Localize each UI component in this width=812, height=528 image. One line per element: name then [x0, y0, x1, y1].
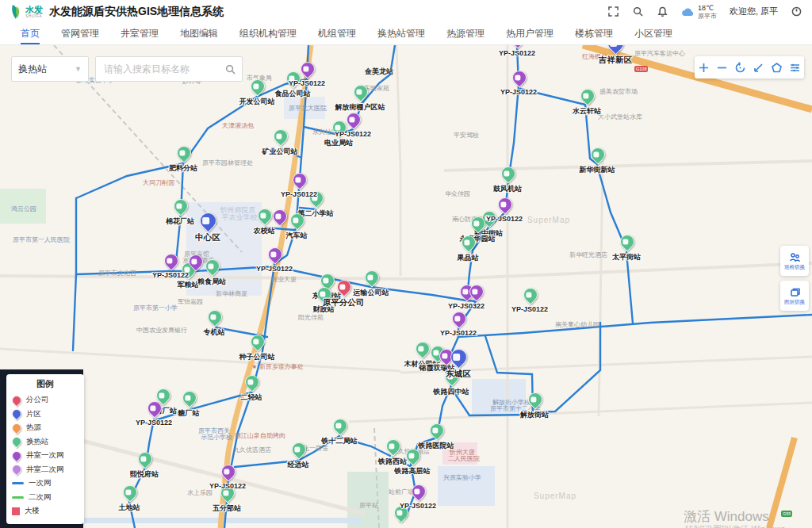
map-label: 二人民医院: [448, 454, 480, 463]
windows-watermark-line1: 激活 Windows: [684, 507, 769, 526]
legend-pin-icon: [10, 463, 24, 476]
cloud-icon: [681, 6, 695, 17]
marker-label: YP-JS0122: [136, 419, 172, 427]
map-label: 商业大厦: [271, 275, 297, 284]
logo-subtext: SHUIFA: [25, 14, 43, 18]
map-label: 原平站: [359, 501, 378, 510]
map-label: SuperMap: [534, 492, 576, 500]
reset-view-icon[interactable]: [733, 60, 748, 75]
layer-switch-button[interactable]: 图层切换: [780, 281, 809, 311]
legend-item-label: 分公司: [26, 395, 49, 405]
marker-label: 专机站: [204, 327, 225, 338]
marker-label: YP-JS0122: [289, 79, 325, 87]
tab-home[interactable]: 首页: [21, 24, 40, 44]
map-label: 鸿云公园: [11, 205, 36, 213]
welcome-text: 欢迎您, 原平: [730, 6, 778, 17]
bell-icon[interactable]: [657, 6, 668, 17]
marker-label: 农校站: [254, 226, 275, 236]
weather-temp: 18℃: [698, 4, 717, 13]
map-label: 华众佳园: [445, 189, 470, 198]
patrol-switch-label: 巡检切换: [784, 264, 805, 271]
map-search-input[interactable]: [102, 63, 225, 75]
marker-label: 开发公司站: [239, 97, 275, 107]
map-label: 原平市文化宫: [98, 269, 136, 277]
zoom-in-icon[interactable]: [697, 60, 711, 75]
legend-item: 分公司: [12, 393, 79, 407]
legend-pin-icon: [10, 393, 24, 407]
marker-label: YP-JS0122: [499, 49, 535, 57]
legend-pin-icon: [10, 421, 24, 434]
marker-label: 二轻站: [241, 392, 262, 403]
map-label: 九久优选酒店: [233, 446, 271, 454]
marker-label: 矿业公司站: [262, 147, 298, 157]
map-canvas[interactable]: 换热站 ▼ 巡检切换: [0, 45, 812, 528]
tab-7[interactable]: 热源管理: [446, 24, 485, 44]
legend-item: 热源: [12, 421, 79, 435]
logout-icon[interactable]: [791, 6, 802, 17]
tab-6[interactable]: 换热站管理: [377, 24, 425, 44]
map-label: 新华林商厦: [216, 289, 247, 298]
legend-line-icon: [12, 482, 24, 484]
legend-item-label: 热源: [26, 423, 41, 433]
marker-label: 铁十二局站: [322, 436, 358, 446]
marker-label: YP-JS0122: [152, 271, 189, 279]
tab-1[interactable]: 管网管理: [61, 24, 99, 44]
marker-label: 棉花厂站: [166, 216, 194, 227]
marker-label: 熙悦府站: [130, 469, 159, 480]
measure-area-icon[interactable]: [770, 60, 784, 75]
layer-settings-icon[interactable]: [788, 60, 802, 75]
primary-network-pipe: [458, 315, 812, 337]
legend-item-label: 片区: [26, 409, 41, 419]
marker-label: 新华街新站: [580, 165, 615, 175]
marker-label: YP-JS0122: [281, 190, 317, 198]
marker-label: YP-JS0122: [500, 88, 537, 96]
measure-distance-icon[interactable]: [752, 60, 766, 75]
marker-label: YP-JS0122: [486, 215, 523, 223]
search-icon[interactable]: [632, 6, 644, 17]
legend-square-icon: [12, 507, 20, 515]
patrol-switch-button[interactable]: 巡检切换: [780, 246, 809, 276]
legend-pin-icon: [10, 449, 24, 462]
tab-2[interactable]: 井室管理: [121, 24, 159, 44]
fullscreen-icon[interactable]: [607, 6, 619, 17]
road-badge: G55: [781, 511, 792, 517]
tab-3[interactable]: 地图编辑: [180, 24, 218, 44]
map-label: 原平市第一小学: [133, 304, 178, 312]
map-label: 金美龙站: [365, 67, 393, 77]
map-label: 兴原实验小学: [443, 473, 481, 482]
map-label: ★ 新原乡道办事处: [251, 362, 303, 371]
tab-10[interactable]: 小区管理: [634, 24, 672, 44]
legend-item: 换热站: [12, 435, 79, 450]
map-label: 盛美农贸市场: [599, 87, 638, 96]
tab-9[interactable]: 楼栋管理: [575, 24, 613, 44]
marker-label: 东城区: [446, 369, 471, 380]
map-label: 原平汽车客运中心: [634, 49, 685, 58]
marker-label: YP-JS0322: [448, 302, 485, 310]
marker-label: YP-JS0122: [400, 502, 436, 510]
marker-label: 中心区: [195, 232, 220, 243]
zoom-out-icon[interactable]: [715, 60, 730, 75]
shuifa-logo-icon: [10, 4, 22, 20]
map-label: 大同刀削面: [143, 178, 174, 187]
layer-type-select[interactable]: 换热站 ▼: [11, 56, 89, 82]
tab-4[interactable]: 组织机构管理: [239, 24, 297, 44]
map-legend: 图例 分公司片区热源换热站井室一次网井室二次网一次网二次网大楼: [6, 374, 84, 524]
tab-8[interactable]: 热用户管理: [506, 24, 553, 44]
map-label: 军怡嘉园: [178, 297, 203, 306]
weather-widget: 18℃ 原平市: [681, 4, 717, 20]
layer-switch-label: 图层切换: [784, 299, 805, 306]
tab-5[interactable]: 机组管理: [318, 24, 356, 44]
search-icon[interactable]: [225, 64, 236, 75]
map-label: 平农业学校: [222, 212, 258, 223]
map-label: SuperMap: [527, 216, 570, 224]
marker-label: YP-JS0122: [256, 265, 293, 273]
marker-label: 铁路四中站: [434, 387, 469, 397]
marker-label: 汽车站: [286, 231, 308, 241]
map-label: 示范小学校: [201, 433, 232, 442]
legend-item: 片区: [12, 407, 79, 422]
map-label: 大小武堡站水库: [598, 113, 642, 121]
legend-item: 大楼: [12, 504, 79, 518]
legend-title: 图例: [12, 378, 79, 390]
map-label: 天津灌汤包: [222, 121, 254, 130]
app-logo: 水发 SHUIFA: [10, 4, 43, 20]
